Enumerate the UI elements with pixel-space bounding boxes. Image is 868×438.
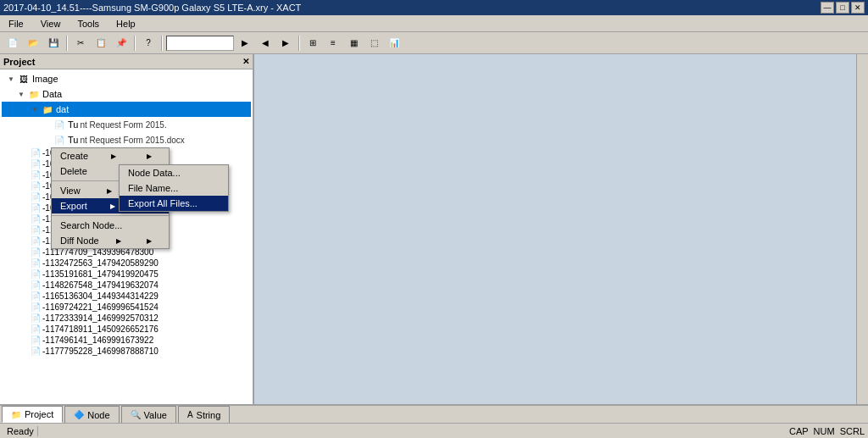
- submenu-file-name[interactable]: File Name...: [120, 180, 228, 196]
- ctx-diff-node-label: Diff Node: [60, 236, 99, 246]
- tab-node-icon: 🔷: [74, 410, 84, 419]
- expand-arrow-data[interactable]: ▼: [15, 88, 27, 100]
- bottom-tabs: 📁 Project 🔷 Node 🔍 Value A String: [0, 404, 868, 423]
- status-cap: CAP: [789, 426, 809, 436]
- menu-bar: File View Tools Help: [0, 15, 868, 32]
- tab-project[interactable]: 📁 Project: [2, 406, 63, 423]
- file-icon-node-3: 📄: [31, 181, 41, 191]
- tab-string-label: String: [197, 410, 221, 420]
- ctx-create-arrow: ▶: [111, 152, 116, 160]
- ctx-create[interactable]: Create ▶: [52, 148, 169, 164]
- tree-node-17[interactable]: 📄 -117496141_1469991673922: [31, 335, 251, 346]
- ctx-view-arrow: ▶: [107, 187, 112, 195]
- toolbar-cut[interactable]: ✂: [71, 35, 90, 52]
- panel-close-button[interactable]: ✕: [242, 57, 249, 66]
- file-icon-2: 📄: [53, 133, 66, 147]
- tree-node-label-12: -1148267548_1479419632074: [42, 280, 159, 290]
- expand-arrow-image[interactable]: ▼: [5, 73, 17, 85]
- ctx-export-arrow: ▶: [110, 202, 115, 210]
- tree-node-label-13: -1165136304_1449344314229: [42, 291, 159, 301]
- tree-item-dat[interactable]: ▼ 📁 dat: [2, 102, 251, 117]
- tab-node-label: Node: [87, 410, 109, 420]
- ctx-delete-label: Delete: [60, 166, 87, 176]
- folder-icon-image: 🖼: [17, 72, 31, 86]
- toolbar-nav-left[interactable]: ◀: [256, 35, 275, 52]
- panel-header: Project ✕: [0, 54, 253, 69]
- file-icon-node-8: 📄: [31, 236, 41, 246]
- toolbar-help[interactable]: ?: [139, 35, 158, 52]
- ctx-search-node[interactable]: Search Node...: [52, 218, 169, 233]
- toolbar-copy[interactable]: 📋: [92, 35, 110, 52]
- file-item-tu2[interactable]: 📄 Tu nt Request Form 2015.docx: [53, 132, 251, 147]
- window-controls: — □ ✕: [821, 2, 865, 14]
- tab-node[interactable]: 🔷 Node: [64, 406, 119, 423]
- panel-title: Project: [3, 57, 35, 67]
- ctx-diff-node-arrow: ▶: [116, 237, 121, 245]
- tree-node-label-15: -1172333914_1469992570312: [42, 313, 159, 323]
- file-icon-node-1: 📄: [31, 159, 41, 169]
- toolbar-search-go[interactable]: ▶: [236, 35, 254, 52]
- status-bar: Ready CAP NUM SCRL: [0, 423, 868, 438]
- tree-label-data: Data: [42, 89, 62, 99]
- toolbar-sep3: [161, 36, 163, 51]
- status-num: NUM: [814, 426, 835, 436]
- file-icon-node-14: 📄: [31, 302, 41, 312]
- folder-icon-dat: 📁: [41, 103, 54, 116]
- ctx-export-label: Export: [60, 201, 87, 211]
- maximize-button[interactable]: □: [836, 2, 849, 14]
- ctx-create-label: Create: [60, 151, 88, 161]
- tree-label-image: Image: [32, 74, 58, 84]
- tree-node-13[interactable]: 📄 -1165136304_1449344314229: [31, 291, 251, 302]
- ctx-view-label: View: [60, 186, 81, 196]
- toolbar-grid[interactable]: ⊞: [303, 35, 322, 52]
- ctx-diff-node[interactable]: Diff Node ▶: [52, 233, 169, 248]
- file-text-1: nt Request Form 2015.: [78, 119, 166, 130]
- ctx-sep2: [52, 215, 169, 216]
- toolbar-nav-right[interactable]: ▶: [276, 35, 295, 52]
- folder-icon-data: 📁: [27, 87, 41, 101]
- toolbar-open[interactable]: 📂: [24, 35, 42, 52]
- toolbar-paste[interactable]: 📌: [112, 35, 131, 52]
- file-icon-node-17: 📄: [31, 335, 41, 345]
- minimize-button[interactable]: —: [821, 2, 834, 14]
- file-icon-1: 📄: [53, 118, 66, 131]
- file-icon-node-0: 📄: [31, 148, 41, 158]
- project-panel: Project ✕ ▼ 🖼 Image ▼ 📁 Data ▼ 📁 dat: [0, 54, 254, 404]
- toolbar-list[interactable]: ≡: [324, 35, 342, 52]
- tree-node-12[interactable]: 📄 -1148267548_1479419632074: [31, 280, 251, 291]
- menu-view[interactable]: View: [36, 17, 66, 30]
- status-scrl: SCRL: [840, 426, 865, 436]
- tree-node-16[interactable]: 📄 -1174718911_1450926652176: [31, 324, 251, 335]
- tab-value[interactable]: 🔍 Value: [121, 406, 176, 423]
- tree-node-11[interactable]: 📄 -1135191681_1479419920475: [31, 269, 251, 280]
- tree-node-14[interactable]: 📄 -1169724221_1469996541524: [31, 302, 251, 313]
- expand-arrow-dat[interactable]: ▼: [29, 103, 41, 115]
- toolbar-chart[interactable]: 📊: [385, 35, 403, 52]
- file-icon-node-4: 📄: [31, 192, 41, 202]
- file-item-tu1[interactable]: 📄 Tu nt Request Form 2015.: [53, 117, 251, 132]
- file-icon-node-18: 📄: [31, 347, 41, 356]
- file-icon-node-12: 📄: [31, 280, 41, 290]
- file-icon-node-9: 📄: [31, 247, 41, 257]
- tree-node-10[interactable]: 📄 -1132472563_1479420589290: [31, 258, 251, 269]
- tree-node-18[interactable]: 📄 -1177795228_1469987888710: [31, 346, 251, 357]
- right-scrollbar[interactable]: [856, 54, 868, 404]
- submenu-export-all[interactable]: Export All Files...: [120, 196, 228, 211]
- menu-tools[interactable]: Tools: [72, 17, 104, 30]
- tree-item-data[interactable]: ▼ 📁 Data: [2, 86, 251, 102]
- submenu-node-data-label: Node Data...: [128, 168, 181, 178]
- toolbar-save[interactable]: 💾: [44, 35, 63, 52]
- menu-file[interactable]: File: [3, 17, 29, 30]
- toolbar-search-input[interactable]: [166, 36, 234, 51]
- file-icon-node-13: 📄: [31, 291, 41, 301]
- toolbar-new[interactable]: 📄: [3, 35, 22, 52]
- submenu-node-data[interactable]: Node Data...: [120, 165, 228, 180]
- title-bar: 2017-04-10_14.51----Samsung SM-G900p Gal…: [0, 0, 868, 15]
- toolbar-hex[interactable]: ⬚: [364, 35, 383, 52]
- menu-help[interactable]: Help: [111, 17, 141, 30]
- close-button[interactable]: ✕: [851, 2, 865, 14]
- tab-string[interactable]: A String: [178, 406, 230, 423]
- tree-item-image[interactable]: ▼ 🖼 Image: [2, 71, 251, 86]
- tree-node-15[interactable]: 📄 -1172333914_1469992570312: [31, 313, 251, 324]
- toolbar-detail[interactable]: ▦: [344, 35, 363, 52]
